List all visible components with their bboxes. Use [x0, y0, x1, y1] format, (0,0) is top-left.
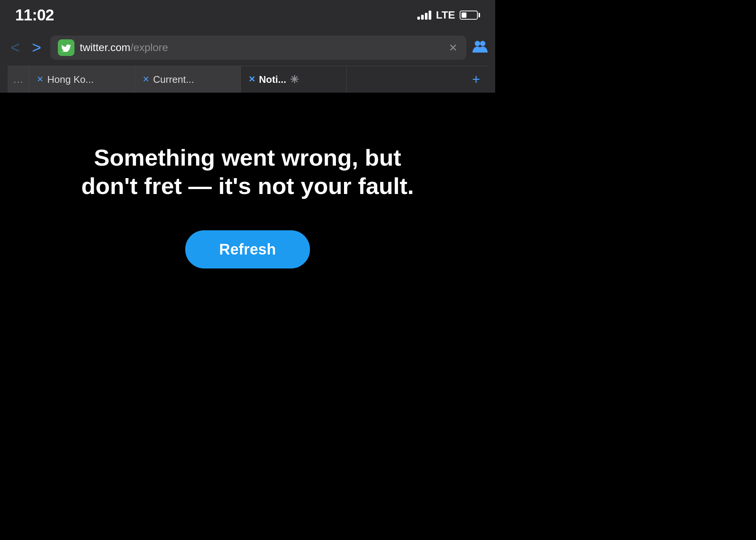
tab-overflow-label: …: [13, 73, 23, 85]
back-button[interactable]: <: [8, 40, 23, 56]
lte-label: LTE: [436, 9, 455, 21]
tabs-icon[interactable]: [472, 40, 488, 56]
tab-current-label: Current...: [153, 74, 194, 85]
status-right: LTE: [417, 9, 480, 21]
signal-bar-1: [417, 17, 420, 20]
battery-icon: [460, 11, 480, 20]
svg-point-1: [480, 41, 485, 46]
signal-bar-4: [429, 11, 431, 20]
battery-tip: [479, 13, 480, 17]
tab-loading-spinner-icon: ✳: [290, 73, 299, 86]
url-text: twitter.com/explore: [80, 42, 442, 54]
tab-hongkong-label: Hong Ko...: [47, 74, 94, 85]
status-time: 11:02: [15, 6, 54, 24]
url-bar[interactable]: twitter.com/explore ✕: [50, 36, 466, 60]
clear-url-button[interactable]: ✕: [447, 40, 459, 56]
battery-body: [460, 11, 478, 20]
forward-button[interactable]: >: [29, 40, 45, 56]
signal-bar-2: [421, 15, 424, 20]
tab-hongkong[interactable]: ✕ Hong Ko...: [29, 66, 135, 93]
status-bar: 11:02 LTE: [0, 0, 495, 30]
url-bar-row: < > twitter.com/explore ✕: [8, 36, 488, 60]
tab-noti-close[interactable]: ✕: [248, 74, 255, 84]
signal-icon: [417, 11, 431, 20]
new-tab-button[interactable]: +: [465, 66, 488, 93]
favicon: [58, 39, 74, 56]
tab-noti-label: Noti...: [259, 74, 286, 85]
url-path: /explore: [130, 42, 168, 53]
tab-overflow[interactable]: …: [8, 66, 29, 93]
tab-noti[interactable]: ✕ Noti... ✳: [241, 66, 347, 93]
error-message: Something went wrong, but don't fret — i…: [77, 144, 418, 200]
svg-point-0: [475, 41, 480, 46]
browser-chrome: < > twitter.com/explore ✕ …: [0, 30, 495, 93]
signal-bar-3: [425, 13, 428, 20]
tab-current-close[interactable]: ✕: [143, 74, 149, 84]
battery-fill: [462, 12, 466, 18]
tab-hongkong-close[interactable]: ✕: [37, 74, 43, 84]
twitter-logo-icon: [61, 43, 71, 52]
tab-current[interactable]: ✕ Current...: [135, 66, 241, 93]
error-page: Something went wrong, but don't fret — i…: [0, 93, 495, 320]
tabs-row: … ✕ Hong Ko... ✕ Current... ✕ Noti... ✳ …: [8, 66, 488, 93]
refresh-button[interactable]: Refresh: [185, 230, 310, 268]
new-tab-icon: +: [472, 71, 480, 87]
